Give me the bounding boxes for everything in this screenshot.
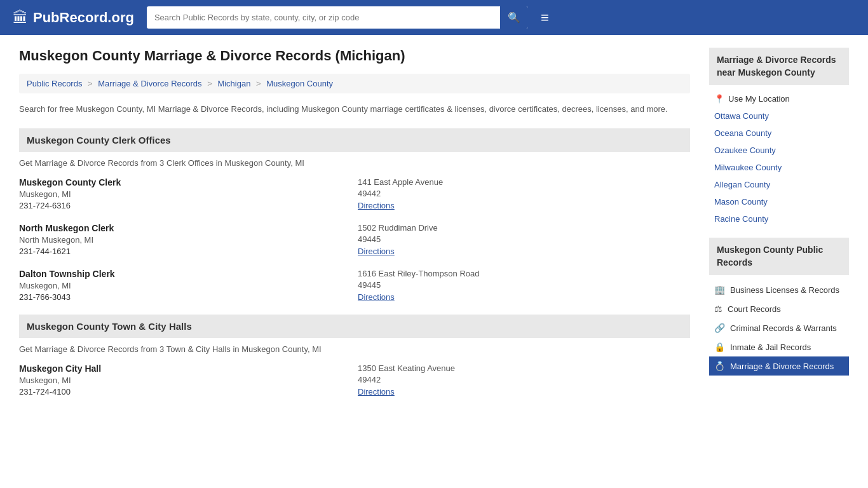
page-description: Search for free Muskegon County, MI Marr… xyxy=(19,103,690,116)
court-icon: ⚖ xyxy=(714,304,722,314)
sidebar-item-milwaukee-county[interactable]: Milwaukee County xyxy=(709,159,849,176)
clerk-offices-header: Muskegon County Clerk Offices xyxy=(19,128,690,152)
logo-icon: 🏛 xyxy=(13,9,28,27)
office-entry: Muskegon County Clerk Muskegon, MI 231-7… xyxy=(19,177,690,210)
sidebar-item-allegan-county[interactable]: Allegan County xyxy=(709,176,849,193)
search-input[interactable] xyxy=(147,8,500,27)
sidebar-nearby-header: Marriage & Divorce Records near Muskegon… xyxy=(709,48,849,85)
office-address: 141 East Apple Avenue xyxy=(358,177,690,187)
office-right: 1350 East Keating Avenue 49442 Direction… xyxy=(358,363,690,396)
office-city: Muskegon, MI xyxy=(19,281,351,290)
content-area: Muskegon County Marriage & Divorce Recor… xyxy=(19,48,690,409)
sidebar-item-court-records[interactable]: ⚖ Court Records xyxy=(709,299,849,318)
sidebar-public-records-header: Muskegon County Public Records xyxy=(709,238,849,275)
sidebar-item-business-licenses[interactable]: 🏢 Business Licenses & Records xyxy=(709,280,849,299)
office-right: 141 East Apple Avenue 49442 Directions xyxy=(358,177,690,210)
office-entry: Muskegon City Hall Muskegon, MI 231-724-… xyxy=(19,363,690,396)
search-button[interactable]: 🔍 xyxy=(500,6,528,29)
use-location-label: Use My Location xyxy=(728,94,790,104)
office-entry: North Muskegon Clerk North Muskegon, MI … xyxy=(19,223,690,256)
breadcrumb-public-records[interactable]: Public Records xyxy=(27,79,82,88)
directions-link[interactable]: Directions xyxy=(358,387,395,396)
office-zip: 49445 xyxy=(358,234,690,244)
sidebar-item-ottawa-county[interactable]: Ottawa County xyxy=(709,107,849,125)
office-phone: 231-724-4100 xyxy=(19,387,351,396)
directions-link[interactable]: Directions xyxy=(358,201,395,210)
sidebar-item-inmate-records[interactable]: 🔒 Inmate & Jail Records xyxy=(709,337,849,356)
menu-button[interactable]: ≡ xyxy=(541,11,549,25)
office-left: Dalton Township Clerk Muskegon, MI 231-7… xyxy=(19,269,351,302)
directions-link[interactable]: Directions xyxy=(358,247,395,256)
office-name: Dalton Township Clerk xyxy=(19,269,351,279)
office-city: North Muskegon, MI xyxy=(19,235,351,245)
breadcrumb-muskegon-county[interactable]: Muskegon County xyxy=(266,79,333,88)
logo-text: PubRecord.org xyxy=(33,10,134,26)
breadcrumb-michigan[interactable]: Michigan xyxy=(217,79,250,88)
location-icon: 📍 xyxy=(714,94,724,104)
marriage-icon: 💍 xyxy=(714,361,725,371)
breadcrumb: Public Records > Marriage & Divorce Reco… xyxy=(19,74,690,93)
office-phone: 231-766-3043 xyxy=(19,292,351,302)
logo[interactable]: 🏛 PubRecord.org xyxy=(13,9,134,27)
city-halls-desc: Get Marriage & Divorce Records from 3 To… xyxy=(19,344,690,354)
main-container: Muskegon County Marriage & Divorce Recor… xyxy=(0,35,868,422)
office-right: 1616 East Riley-Thompson Road 49445 Dire… xyxy=(358,269,690,302)
page-title: Muskegon County Marriage & Divorce Recor… xyxy=(19,48,690,64)
office-address: 1350 East Keating Avenue xyxy=(358,363,690,373)
office-phone: 231-744-1621 xyxy=(19,247,351,256)
sidebar-item-ozaukee-county[interactable]: Ozaukee County xyxy=(709,142,849,159)
breadcrumb-marriage-divorce[interactable]: Marriage & Divorce Records xyxy=(98,79,201,88)
criminal-icon: 🔗 xyxy=(714,323,725,333)
office-name: Muskegon County Clerk xyxy=(19,177,351,187)
business-icon: 🏢 xyxy=(714,285,725,295)
sidebar-item-mason-county[interactable]: Mason County xyxy=(709,193,849,210)
directions-link[interactable]: Directions xyxy=(358,292,395,302)
sidebar-item-racine-county[interactable]: Racine County xyxy=(709,210,849,227)
office-name: Muskegon City Hall xyxy=(19,363,351,374)
city-halls-header: Muskegon County Town & City Halls xyxy=(19,315,690,338)
office-right: 1502 Ruddiman Drive 49445 Directions xyxy=(358,223,690,256)
office-left: Muskegon City Hall Muskegon, MI 231-724-… xyxy=(19,363,351,396)
sidebar-item-use-location[interactable]: 📍 Use My Location xyxy=(709,90,849,107)
site-header: 🏛 PubRecord.org 🔍 ≡ xyxy=(0,0,868,35)
office-city: Muskegon, MI xyxy=(19,376,351,385)
sidebar-item-oceana-county[interactable]: Oceana County xyxy=(709,125,849,142)
office-name: North Muskegon Clerk xyxy=(19,223,351,233)
office-zip: 49442 xyxy=(358,189,690,198)
office-address: 1616 East Riley-Thompson Road xyxy=(358,269,690,278)
clerk-offices-desc: Get Marriage & Divorce Records from 3 Cl… xyxy=(19,158,690,168)
office-address: 1502 Ruddiman Drive xyxy=(358,223,690,233)
sidebar: Marriage & Divorce Records near Muskegon… xyxy=(709,48,849,409)
office-phone: 231-724-6316 xyxy=(19,201,351,210)
office-entry: Dalton Township Clerk Muskegon, MI 231-7… xyxy=(19,269,690,302)
office-city: Muskegon, MI xyxy=(19,189,351,199)
inmate-icon: 🔒 xyxy=(714,342,725,352)
hamburger-icon: ≡ xyxy=(541,10,549,25)
search-bar: 🔍 xyxy=(147,6,528,29)
search-icon: 🔍 xyxy=(508,12,520,23)
office-left: North Muskegon Clerk North Muskegon, MI … xyxy=(19,223,351,256)
office-zip: 49442 xyxy=(358,375,690,384)
sidebar-item-marriage-divorce[interactable]: 💍 Marriage & Divorce Records xyxy=(709,356,849,376)
office-left: Muskegon County Clerk Muskegon, MI 231-7… xyxy=(19,177,351,210)
office-zip: 49445 xyxy=(358,280,690,290)
sidebar-item-criminal-records[interactable]: 🔗 Criminal Records & Warrants xyxy=(709,318,849,337)
